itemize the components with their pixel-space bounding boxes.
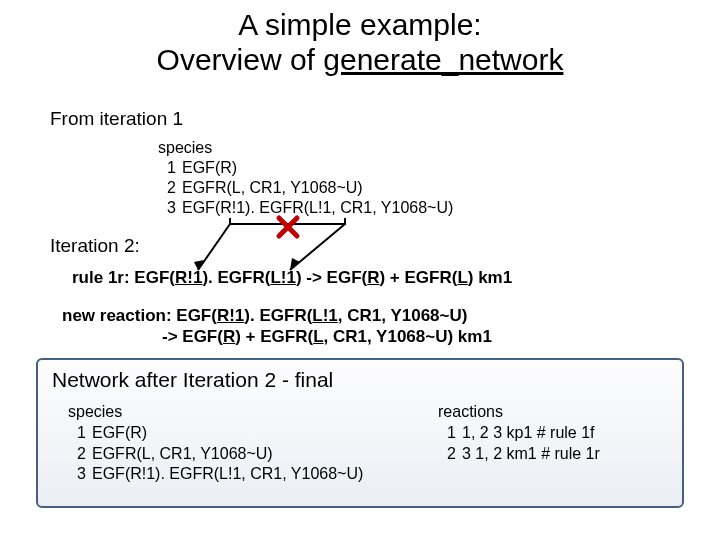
- species-num: 1: [158, 158, 176, 178]
- species-num: 2: [68, 444, 86, 465]
- newreact-underline: L!1: [312, 306, 338, 325]
- newreact-underline: R: [223, 327, 235, 346]
- species-num: 1: [68, 423, 86, 444]
- svg-line-4: [290, 224, 345, 270]
- newreact-text: ). EGFR(: [244, 306, 312, 325]
- iteration-2-label: Iteration 2:: [50, 235, 140, 257]
- final-box-title: Network after Iteration 2 - final: [52, 368, 668, 392]
- rule-text: ) -> EGF(: [296, 268, 367, 287]
- species-item: 1EGF(R): [68, 423, 438, 444]
- title-line-2-underlined: generate_network: [323, 43, 563, 76]
- species-text: EGF(R): [182, 159, 237, 176]
- species-text: EGF(R): [92, 424, 147, 441]
- species-item: 1EGF(R): [158, 158, 453, 178]
- rule-underline: L!1: [270, 268, 296, 287]
- final-reactions-column: reactions 11, 2 3 kp1 # rule 1f 23 1, 2 …: [438, 402, 668, 485]
- newreact-text: , CR1, Y1068~U) km1: [324, 327, 492, 346]
- species-num: 2: [158, 178, 176, 198]
- final-network-box: Network after Iteration 2 - final specie…: [36, 358, 684, 508]
- species-item: 3EGF(R!1). EGFR(L!1, CR1, Y1068~U): [158, 198, 453, 218]
- species-header: species: [158, 138, 453, 158]
- rule-underline: R: [367, 268, 379, 287]
- species-text: EGF(R!1). EGFR(L!1, CR1, Y1068~U): [92, 465, 363, 482]
- rule-underline: L: [457, 268, 467, 287]
- from-iteration-label: From iteration 1: [50, 108, 183, 130]
- final-species-column: species 1EGF(R) 2EGFR(L, CR1, Y1068~U) 3…: [68, 402, 438, 485]
- svg-line-0: [279, 218, 297, 236]
- title-line-2-pre: Overview of: [157, 43, 324, 76]
- svg-line-1: [279, 218, 297, 236]
- svg-line-2: [198, 224, 230, 270]
- newreact-text: ) + EGFR(: [235, 327, 313, 346]
- reaction-item: 23 1, 2 km1 # rule 1r: [438, 444, 668, 465]
- reaction-item: 11, 2 3 kp1 # rule 1f: [438, 423, 668, 444]
- newreact-text: new reaction: EGF(: [62, 306, 217, 325]
- species-num: 3: [158, 198, 176, 218]
- rule-underline: R!1: [175, 268, 202, 287]
- title-line-1: A simple example:: [238, 8, 481, 41]
- species-item: 2EGFR(L, CR1, Y1068~U): [68, 444, 438, 465]
- newreact-line2: -> EGF(R) + EGFR(L, CR1, Y1068~U) km1: [162, 326, 492, 347]
- new-reaction-block: new reaction: EGF(R!1). EGFR(L!1, CR1, Y…: [62, 305, 492, 348]
- species-text: EGFR(L, CR1, Y1068~U): [182, 179, 363, 196]
- species-block-top: species 1EGF(R) 2EGFR(L, CR1, Y1068~U) 3…: [158, 138, 453, 218]
- final-reactions-header: reactions: [438, 402, 668, 423]
- newreact-text: -> EGF(: [162, 327, 223, 346]
- rule-line: rule 1r: EGF(R!1). EGFR(L!1) -> EGF(R) +…: [72, 268, 512, 288]
- rule-text: ) + EGFR(: [379, 268, 457, 287]
- newreact-underline: L: [313, 327, 323, 346]
- final-columns: species 1EGF(R) 2EGFR(L, CR1, Y1068~U) 3…: [52, 402, 668, 485]
- species-item: 2EGFR(L, CR1, Y1068~U): [158, 178, 453, 198]
- slide-title: A simple example: Overview of generate_n…: [0, 8, 720, 77]
- rule-text: ) km1: [468, 268, 512, 287]
- newreact-underline: R!1: [217, 306, 244, 325]
- rule-text: ). EGFR(: [202, 268, 270, 287]
- species-num: 3: [68, 464, 86, 485]
- final-species-header: species: [68, 402, 438, 423]
- reaction-text: 1, 2 3 kp1 # rule 1f: [462, 424, 595, 441]
- reaction-num: 2: [438, 444, 456, 465]
- species-item: 3EGF(R!1). EGFR(L!1, CR1, Y1068~U): [68, 464, 438, 485]
- rule-text: rule 1r: EGF(: [72, 268, 175, 287]
- species-text: EGFR(L, CR1, Y1068~U): [92, 445, 273, 462]
- newreact-text: , CR1, Y1068~U): [338, 306, 468, 325]
- species-text: EGF(R!1). EGFR(L!1, CR1, Y1068~U): [182, 199, 453, 216]
- reaction-num: 1: [438, 423, 456, 444]
- reaction-text: 3 1, 2 km1 # rule 1r: [462, 445, 600, 462]
- slide: A simple example: Overview of generate_n…: [0, 0, 720, 540]
